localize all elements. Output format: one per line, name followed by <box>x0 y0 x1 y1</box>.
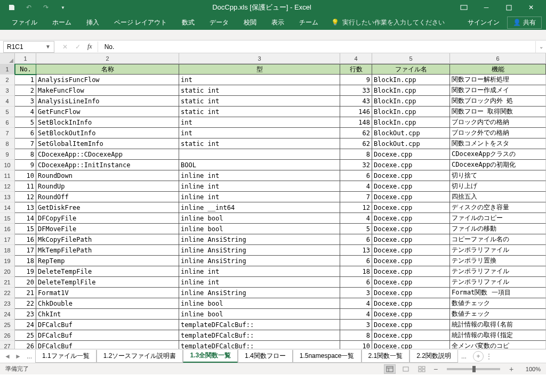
maximize-button[interactable] <box>498 1 519 14</box>
cell-type[interactable]: inline bool <box>179 213 340 224</box>
tab-insert[interactable]: 挿入 <box>79 15 107 30</box>
cell-type[interactable]: inline AnsiString <box>179 288 340 298</box>
cell-name[interactable]: DFCalcBuf <box>36 320 179 330</box>
row-header[interactable]: 1 <box>0 64 15 75</box>
cell-line[interactable]: 32 <box>340 160 372 170</box>
row-header[interactable]: 23 <box>0 298 15 309</box>
cell-name[interactable]: DFCalcBuf <box>36 341 179 349</box>
sheet-tab[interactable]: 1.5namespace一覧 <box>293 350 362 363</box>
cell-line[interactable]: 3 <box>340 320 372 330</box>
header-cell-file[interactable]: ファイル名 <box>372 64 450 75</box>
cell-file[interactable]: Docexe.cpp <box>372 224 450 234</box>
cell-func[interactable]: ブロック内での格納 <box>450 117 546 128</box>
cell-name[interactable]: DFCopyFile <box>36 213 179 224</box>
header-cell-func[interactable]: 機能 <box>450 64 546 75</box>
cell-func[interactable]: 関数ブロック内外 処 <box>450 96 546 107</box>
cell-name[interactable]: AnalysisFuncFlow <box>36 75 179 85</box>
row-header[interactable]: 19 <box>0 256 15 266</box>
header-cell-line[interactable]: 行数 <box>340 64 372 75</box>
cell-name[interactable]: ChkDouble <box>36 298 179 309</box>
cell-no[interactable]: 14 <box>15 213 36 224</box>
normal-view-button[interactable] <box>384 364 396 374</box>
cell-line[interactable]: 8 <box>340 330 372 341</box>
row-header[interactable]: 15 <box>0 213 15 224</box>
cell-line[interactable]: 6 <box>340 170 372 181</box>
cell-file[interactable]: Docexe.cpp <box>372 256 450 266</box>
cell-name[interactable]: RoundDown <box>36 170 179 181</box>
cell-type[interactable]: template DFCalcBuf:: <box>179 341 340 349</box>
cell-func[interactable]: Format関数 一項目 <box>450 288 546 298</box>
cell-no[interactable]: 26 <box>15 341 36 349</box>
cell-type[interactable]: inline AnsiString <box>179 245 340 256</box>
cell-func[interactable]: 数値チェック <box>450 298 546 309</box>
cell-func[interactable]: CDocexeAppの初期化 <box>450 160 546 170</box>
cell-no[interactable]: 18 <box>15 256 36 266</box>
spreadsheet-grid[interactable]: 1 2 3 4 5 6 1 No. 名称 型 行数 ファイル名 機能2 1 An… <box>0 53 546 349</box>
cell-type[interactable]: inline AnsiString <box>179 256 340 266</box>
save-button[interactable] <box>4 1 19 14</box>
cell-name[interactable]: ChkInt <box>36 309 179 320</box>
cell-func[interactable]: 関数フロー 取得関数 <box>450 107 546 117</box>
cell-line[interactable]: 6 <box>340 277 372 288</box>
cell-file[interactable]: Docexe.cpp <box>372 341 450 349</box>
cell-file[interactable]: BlockOut.cpp <box>372 138 450 149</box>
cell-name[interactable]: DFCalcBuf <box>36 330 179 341</box>
cell-file[interactable]: Docexe.cpp <box>372 149 450 160</box>
tab-view[interactable]: 表示 <box>264 15 292 30</box>
row-header[interactable]: 10 <box>0 160 15 170</box>
cell-line[interactable]: 4 <box>340 181 372 192</box>
cell-line[interactable]: 4 <box>340 309 372 320</box>
row-header[interactable]: 27 <box>0 341 15 349</box>
cell-type[interactable]: inline bool <box>179 224 340 234</box>
sheet-tab[interactable]: 2.1関数一覧 <box>362 350 410 363</box>
row-header[interactable]: 8 <box>0 138 15 149</box>
cell-line[interactable]: 148 <box>340 117 372 128</box>
row-header[interactable]: 18 <box>0 245 15 256</box>
cell-type[interactable]: int <box>179 128 340 138</box>
cell-file[interactable]: Docexe.cpp <box>372 330 450 341</box>
cell-name[interactable]: DeleteTempFile <box>36 266 179 277</box>
tell-me-search[interactable]: 💡 実行したい作業を入力してください <box>326 18 450 27</box>
cell-no[interactable]: 19 <box>15 266 36 277</box>
column-header[interactable]: 5 <box>372 53 450 63</box>
cell-no[interactable]: 4 <box>15 107 36 117</box>
cell-no[interactable]: 15 <box>15 224 36 234</box>
share-button[interactable]: 👤 共有 <box>507 17 542 29</box>
cell-line[interactable]: 43 <box>340 96 372 107</box>
cell-no[interactable]: 9 <box>15 160 36 170</box>
cell-func[interactable]: テンポラリファイル <box>450 277 546 288</box>
cell-line[interactable]: 12 <box>340 202 372 213</box>
minimize-button[interactable]: ─ <box>476 1 497 14</box>
cell-line[interactable]: 7 <box>340 192 372 202</box>
add-sheet-button[interactable]: + <box>473 351 484 362</box>
cell-file[interactable]: Docexe.cpp <box>372 277 450 288</box>
cell-no[interactable]: 3 <box>15 96 36 107</box>
cell-type[interactable]: static int <box>179 138 340 149</box>
header-cell-type[interactable]: 型 <box>179 64 340 75</box>
cell-type[interactable]: inline bool <box>179 309 340 320</box>
formula-bar-expand[interactable]: ⌄ <box>535 41 546 53</box>
tab-home[interactable]: ホーム <box>45 15 79 30</box>
cancel-formula-button[interactable]: ✕ <box>59 42 71 52</box>
cell-name[interactable]: MkTempFilePath <box>36 245 179 256</box>
cell-file[interactable]: BlockIn.cpp <box>372 96 450 107</box>
header-cell-name[interactable]: 名称 <box>36 64 179 75</box>
cell-func[interactable]: 関数コメントをスタ <box>450 138 546 149</box>
row-header[interactable]: 3 <box>0 85 15 96</box>
cell-type[interactable]: inline AnsiString <box>179 234 340 245</box>
cell-func[interactable]: 全メンバ変数のコピ <box>450 341 546 349</box>
cell-file[interactable]: Docexe.cpp <box>372 320 450 330</box>
cell-file[interactable]: Docexe.cpp <box>372 266 450 277</box>
cell-name[interactable]: RepTemp <box>36 256 179 266</box>
row-header[interactable]: 14 <box>0 202 15 213</box>
cell-name[interactable]: GetDiskFree <box>36 202 179 213</box>
cell-type[interactable]: BOOL <box>179 160 340 170</box>
cell-type[interactable]: int <box>179 75 340 85</box>
cell-no[interactable]: 5 <box>15 117 36 128</box>
cell-file[interactable]: Docexe.cpp <box>372 202 450 213</box>
cell-file[interactable]: BlockIn.cpp <box>372 75 450 85</box>
cell-line[interactable]: 4 <box>340 298 372 309</box>
row-header[interactable]: 16 <box>0 224 15 234</box>
cell-file[interactable]: Docexe.cpp <box>372 234 450 245</box>
cell-type[interactable]: int <box>179 117 340 128</box>
